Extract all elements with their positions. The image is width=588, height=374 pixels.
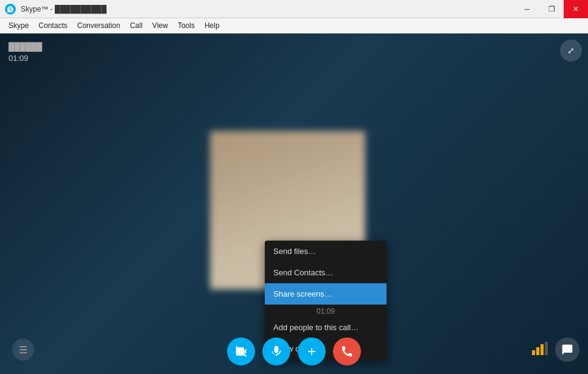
window-title: Skype™ - ██████████ (21, 5, 107, 13)
svg-rect-2 (536, 347, 539, 355)
menu-skype[interactable]: Skype (4, 19, 33, 32)
ctx-send-files[interactable]: Send files… (265, 241, 387, 262)
add-button[interactable]: + (298, 337, 326, 365)
ctx-add-people[interactable]: Add people to this call… (265, 317, 387, 338)
bottom-right-icons (532, 337, 579, 362)
close-button[interactable]: ✕ (564, 0, 588, 18)
svg-rect-1 (532, 350, 535, 355)
menu-bar: Skype Contacts Conversation Call View To… (0, 18, 588, 34)
svg-rect-4 (545, 342, 548, 355)
ctx-send-contacts[interactable]: Send Contacts… (265, 262, 387, 283)
fullscreen-button[interactable]: ⤢ (560, 40, 582, 62)
minimize-button[interactable]: ─ (515, 0, 539, 18)
menu-view[interactable]: View (147, 19, 173, 32)
chat-button[interactable] (555, 337, 579, 362)
menu-tools[interactable]: Tools (173, 19, 200, 32)
mute-audio-button[interactable] (262, 337, 290, 365)
menu-contacts[interactable]: Contacts (33, 19, 72, 32)
restore-button[interactable]: ❐ (539, 0, 564, 18)
title-bar-left: Skype™ - ██████████ (5, 4, 107, 15)
end-call-button[interactable] (333, 337, 361, 365)
skype-icon (5, 4, 16, 15)
call-area: ██████ 01:09 ⤢ Send files… Send Contacts… (0, 34, 588, 374)
ctx-timer: 01:09 (265, 305, 387, 317)
menu-conversation[interactable]: Conversation (72, 19, 125, 32)
call-info: ██████ 01:09 (9, 42, 42, 63)
signal-icon (532, 342, 549, 358)
bottom-controls: + (0, 337, 588, 365)
window-controls: ─ ❐ ✕ (515, 0, 588, 18)
title-bar: Skype™ - ██████████ ─ ❐ ✕ (0, 0, 588, 18)
menu-help[interactable]: Help (200, 19, 225, 32)
ctx-share-screens[interactable]: Share screens… (265, 283, 387, 305)
menu-call[interactable]: Call (125, 19, 147, 32)
caller-name: ██████ (9, 42, 42, 51)
fullscreen-icon: ⤢ (567, 46, 575, 55)
mute-video-button[interactable] (227, 337, 255, 365)
call-timer: 01:09 (9, 54, 42, 63)
svg-rect-3 (541, 344, 544, 355)
